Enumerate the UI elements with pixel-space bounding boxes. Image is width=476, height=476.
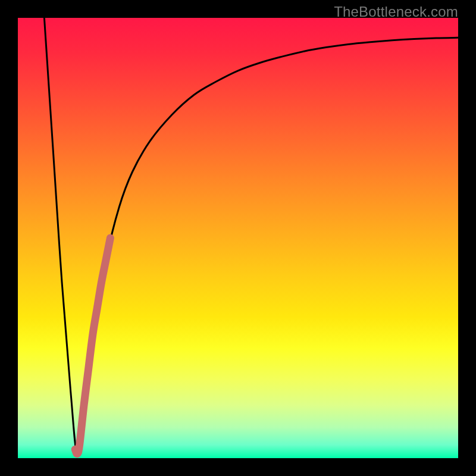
watermark-text: TheBottleneck.com bbox=[334, 4, 458, 20]
primary-curve bbox=[44, 18, 458, 454]
chart-svg-overlay bbox=[18, 18, 458, 458]
highlight-segment bbox=[75, 238, 110, 454]
chart-container: TheBottleneck.com bbox=[0, 0, 476, 476]
